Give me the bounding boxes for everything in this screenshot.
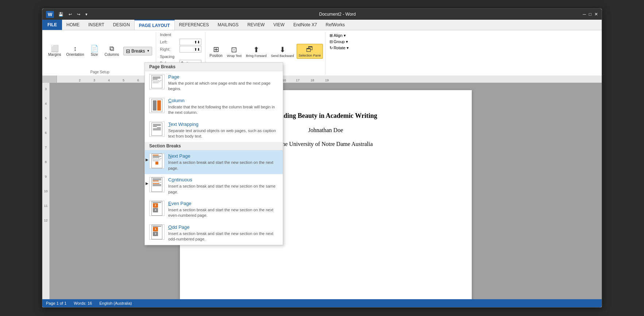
page-break-title: Page: [168, 74, 278, 80]
vruler-12: 12: [42, 218, 49, 232]
orientation-button[interactable]: ↕ Orientation: [64, 44, 86, 58]
align-icon: ⊞: [329, 33, 333, 38]
continuous-icon: [149, 177, 165, 192]
continuous-title: Continuous: [168, 177, 278, 182]
odd-page-title: Odd Page: [168, 224, 278, 230]
selection-pane-icon: 🗗: [306, 45, 313, 54]
indent-right-row: Right: ⬆⬇: [160, 46, 201, 53]
close-button[interactable]: ✕: [594, 12, 598, 17]
document-area[interactable]: Finding Beauty in Academic Writing Johna…: [50, 83, 602, 299]
column-break-desc: Indicate that the text following the col…: [168, 104, 278, 116]
page-break-text: Page Mark the point at which one page en…: [168, 74, 278, 92]
word-count: Words: 16: [74, 301, 92, 305]
tab-view[interactable]: VIEW: [269, 20, 289, 30]
breaks-button[interactable]: ⊟ Breaks ▼: [123, 47, 152, 55]
align-button[interactable]: ⊞ Align ▾: [328, 33, 350, 38]
next-page-desc: Insert a section break and start the new…: [168, 160, 278, 171]
even-page-text: Even Page Insert a section break and sta…: [168, 201, 278, 219]
tab-page-layout[interactable]: PAGE LAYOUT: [134, 20, 175, 30]
page-setup-label: Page Setup: [90, 69, 109, 74]
save-button[interactable]: 💾: [57, 11, 65, 18]
dropdown-item-page[interactable]: Page Mark the point at which one page en…: [145, 71, 283, 95]
tab-file[interactable]: FILE: [42, 20, 62, 30]
page-setup-buttons: ⬜ Margins ↕ Orientation 📄 Size ⧉ Columns: [46, 32, 154, 69]
size-icon: 📄: [90, 45, 99, 52]
vruler-6: 6: [42, 130, 49, 145]
document-institution: The University of Notre Dame Australia: [278, 141, 373, 147]
window-title: Document2 - Word: [92, 12, 583, 17]
dropdown-item-next-page[interactable]: ▶ Next Page: [145, 150, 283, 174]
text-wrapping-title: Text Wrapping: [168, 122, 278, 127]
ribbon-group-align: ⊞ Align ▾ ⊟ Group ▾ ↻ Rotate ▾: [325, 32, 352, 75]
indent-label: Indent: [160, 32, 201, 37]
tab-home[interactable]: HOME: [62, 20, 84, 30]
document-author: Johnathan Doe: [308, 127, 343, 134]
more-button[interactable]: ▾: [84, 11, 89, 18]
ribbon-content: ⬜ Margins ↕ Orientation 📄 Size ⧉ Columns: [42, 30, 602, 76]
dropdown-item-text-wrapping[interactable]: Text Wrapping Separate text around objec…: [145, 119, 283, 142]
tab-review[interactable]: REVIEW: [243, 20, 269, 30]
columns-button[interactable]: ⧉ Columns: [103, 44, 121, 58]
vruler-9: 9: [42, 174, 49, 189]
continuous-arrow-indicator: ▶: [149, 177, 165, 192]
status-bar: Page 1 of 1 Words: 16 English (Australia…: [42, 299, 602, 307]
next-page-title: Next Page: [168, 153, 278, 159]
wrap-text-button[interactable]: ⊡ Wrap Text: [225, 44, 243, 59]
ribbon-tabs: FILE HOME INSERT DESIGN PAGE LAYOUT REFE…: [42, 20, 602, 30]
page-count: Page 1 of 1: [46, 301, 66, 305]
page-break-icon: [149, 74, 165, 89]
dropdown-item-continuous[interactable]: ▶ Continuous: [145, 174, 283, 198]
text-wrapping-desc: Separate text around objects on web page…: [168, 128, 278, 139]
selection-pane-button[interactable]: 🗗 Selection Pane: [297, 44, 323, 59]
ribbon-group-page-setup: ⬜ Margins ↕ Orientation 📄 Size ⧉ Columns: [44, 32, 156, 75]
breaks-group: ⊟ Breaks ▼: [122, 46, 154, 57]
tab-endnote[interactable]: EndNote X7: [289, 20, 321, 30]
indent-left-input[interactable]: ⬆⬇: [180, 39, 201, 45]
vruler-3: 3: [42, 86, 49, 101]
ruler-19: 19: [325, 78, 329, 82]
maximize-button[interactable]: □: [589, 12, 591, 17]
dropdown-item-even-page[interactable]: 2 4 Even Page Insert a section break and…: [145, 198, 283, 221]
dropdown-item-odd-page[interactable]: 1 3 Odd Page Insert a section break and …: [145, 221, 283, 245]
tab-design[interactable]: DESIGN: [109, 20, 134, 30]
margins-button[interactable]: ⬜ Margins: [46, 44, 63, 58]
next-page-icon: [149, 153, 165, 169]
bring-forward-button[interactable]: ⬆ Bring Forward: [244, 44, 269, 59]
redo-button[interactable]: ↪: [76, 11, 82, 18]
breaks-icon: ⊟: [126, 48, 130, 54]
window-controls: ─ □ ✕: [583, 12, 598, 17]
section-breaks-header: Section Breaks: [145, 142, 283, 150]
rotate-button[interactable]: ↻ Rotate ▾: [328, 45, 350, 51]
tab-insert[interactable]: INSERT: [84, 20, 109, 30]
group-button[interactable]: ⊟ Group ▾: [328, 39, 350, 45]
indent-right-label: Right:: [160, 47, 178, 51]
continuous-desc: Insert a section break and start the new…: [168, 184, 278, 195]
undo-button[interactable]: ↩: [67, 11, 73, 18]
ruler-18: 18: [311, 78, 314, 82]
ruler-ticks: 2 3 4 5 6 7 8 9 10 11 12 13 14 15 16 17 …: [57, 76, 587, 83]
position-button[interactable]: ⊞ Position: [208, 44, 224, 59]
next-page-arrow-indicator: ▶: [149, 153, 165, 169]
breaks-chevron: ▼: [147, 49, 150, 53]
group-icon: ⊟: [329, 39, 333, 44]
vertical-ruler: 3 4 5 6 7 8 9 10 11 12: [42, 83, 50, 299]
column-break-text: Column Indicate that the text following …: [168, 98, 278, 116]
send-backward-button[interactable]: ⬇ Send Backward: [269, 44, 296, 59]
orientation-icon: ↕: [74, 45, 77, 52]
dropdown-item-column[interactable]: Column Indicate that the text following …: [145, 95, 283, 119]
tab-references[interactable]: REFERENCES: [175, 20, 213, 30]
tab-refworks[interactable]: RefWorks: [321, 20, 349, 30]
size-button[interactable]: 📄 Size: [87, 44, 102, 58]
minimize-button[interactable]: ─: [583, 12, 586, 17]
wrap-text-icon: ⊡: [231, 45, 237, 54]
ruler-3: 3: [93, 78, 95, 82]
ruler-6: 6: [137, 78, 139, 82]
odd-page-desc: Insert a section break and start the new…: [168, 231, 278, 242]
page-break-desc: Mark the point at which one page ends an…: [168, 81, 278, 92]
indent-right-input[interactable]: ⬆⬇: [180, 46, 201, 53]
indent-left-spinner: ⬆⬇: [194, 40, 200, 44]
vruler-8: 8: [42, 159, 49, 174]
send-backward-icon: ⬇: [279, 45, 286, 54]
tab-mailings[interactable]: MAILINGS: [213, 20, 243, 30]
column-break-title: Column: [168, 98, 278, 103]
